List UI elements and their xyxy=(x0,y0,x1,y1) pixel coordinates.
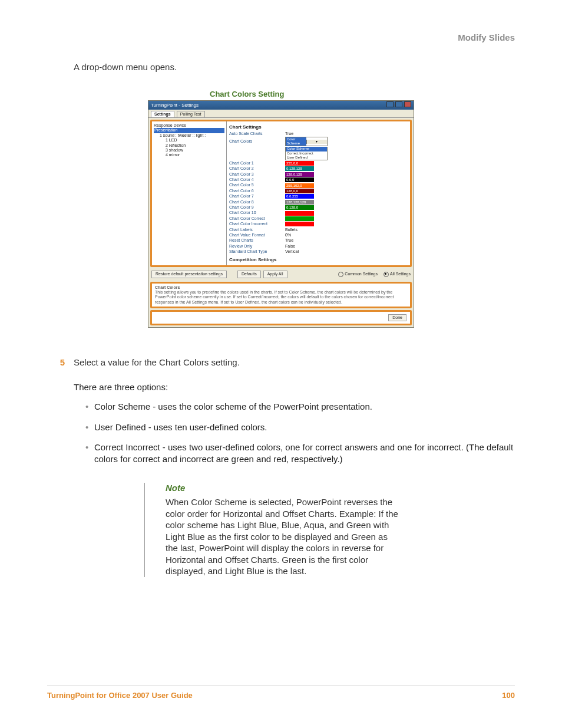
radio-all-settings[interactable]: All Settings xyxy=(384,272,411,277)
tab-polling-test[interactable]: Polling Test xyxy=(177,111,205,117)
step-5: 5 Select a value for the Chart Colors se… xyxy=(47,357,515,367)
page-number: 100 xyxy=(502,691,515,700)
swatch-9[interactable]: 0,128,0 xyxy=(285,205,314,210)
defaults-button[interactable]: Defaults xyxy=(237,271,261,278)
note-block: Note When Color Scheme is selected, Powe… xyxy=(144,483,401,577)
swatch-correct[interactable] xyxy=(285,216,314,221)
chevron-down-icon[interactable]: ▾ xyxy=(306,140,328,144)
settings-window: TurningPoint - Settings Settings Polling… xyxy=(148,100,414,328)
prop-reset-charts[interactable]: Reset ChartsTrue xyxy=(229,238,408,243)
prop-chart-color-7[interactable]: Chart Color 70,0,255 xyxy=(229,194,408,199)
swatch-6[interactable]: 128,0,0 xyxy=(285,189,314,193)
option-user-defined[interactable]: User Defined xyxy=(286,156,327,160)
tab-settings[interactable]: Settings xyxy=(151,111,174,117)
done-button[interactable]: Done xyxy=(388,314,406,321)
footer-title: TurningPoint for Office 2007 User Guide xyxy=(47,691,193,700)
prop-chart-value-format[interactable]: Chart Value Format0% xyxy=(229,233,408,238)
note-title: Note xyxy=(166,483,401,493)
tree-answer-1[interactable]: 1 LED xyxy=(154,138,224,143)
prop-chart-labels[interactable]: Chart LabelsBullets xyxy=(229,228,408,232)
swatch-10[interactable] xyxy=(285,211,314,216)
prop-chart-color-9[interactable]: Chart Color 90,128,0 xyxy=(229,205,408,210)
swatch-1[interactable]: 255,0,0 xyxy=(285,161,314,166)
close-icon[interactable] xyxy=(404,101,411,107)
prop-chart-color-6[interactable]: Chart Color 6128,0,0 xyxy=(229,189,408,193)
step-text: Select a value for the Chart Colors sett… xyxy=(74,357,515,367)
prop-auto-scale[interactable]: Auto Scale Charts True xyxy=(229,131,408,136)
option-correct-incorrect[interactable]: Correct Incorrect xyxy=(286,151,327,156)
tree-answer-3[interactable]: 3 shadow xyxy=(154,148,224,153)
step-number: 5 xyxy=(47,357,65,367)
page-footer: TurningPoint for Office 2007 User Guide … xyxy=(47,686,515,700)
chart-colors-options[interactable]: Color Scheme Correct Incorrect User Defi… xyxy=(285,147,328,160)
dropdown-options: Color Scheme Correct Incorrect User Defi… xyxy=(229,147,408,160)
swatch-incorrect[interactable] xyxy=(285,222,314,226)
section-header: Modify Slides xyxy=(458,32,515,42)
help-description: Chart Colors This setting allows you to … xyxy=(150,282,412,309)
help-title: Chart Colors xyxy=(155,285,407,290)
competition-settings-header: Competition Settings xyxy=(229,257,408,263)
list-item: Correct Incorrect - uses two user-define… xyxy=(85,442,515,466)
prop-chart-color-3[interactable]: Chart Color 3128,0,128 xyxy=(229,172,408,177)
tree-question[interactable]: 1 sound : tweeter :: light : xyxy=(154,133,224,138)
radio-icon xyxy=(338,272,343,277)
prop-chart-color-2[interactable]: Chart Color 20,128,128 xyxy=(229,166,408,171)
prop-chart-color-10[interactable]: Chart Color 10 xyxy=(229,210,408,215)
help-body: This setting allows you to predefine the… xyxy=(155,290,407,305)
chart-colors-dropdown[interactable]: Color Scheme ▾ xyxy=(285,137,328,146)
maximize-icon[interactable] xyxy=(395,101,402,107)
swatch-7[interactable]: 0,0,255 xyxy=(285,194,314,199)
prop-review-only[interactable]: Review OnlyFalse xyxy=(229,244,408,249)
minimize-icon[interactable] xyxy=(386,101,394,107)
prop-chart-color-correct[interactable]: Chart Color Correct xyxy=(229,216,408,221)
swatch-4[interactable]: 0,0,0 xyxy=(285,177,314,182)
bottom-bar: Done xyxy=(150,310,412,325)
prop-chart-color-4[interactable]: Chart Color 40,0,0 xyxy=(229,177,408,182)
swatch-8[interactable]: 128,128,128 xyxy=(285,200,314,205)
list-item: Color Scheme - uses the color scheme of … xyxy=(85,401,515,413)
option-color-scheme[interactable]: Color Scheme xyxy=(286,147,327,151)
chart-settings-header: Chart Settings xyxy=(229,124,408,130)
apply-all-button[interactable]: Apply All xyxy=(263,271,287,278)
prop-chart-color-incorrect[interactable]: Chart Color Incorrect xyxy=(229,222,408,226)
prop-chart-color-1[interactable]: Chart Color 1255,0,0 xyxy=(229,161,408,166)
settings-properties: Chart Settings Auto Scale Charts True Ch… xyxy=(227,121,410,265)
swatch-2[interactable]: 0,128,128 xyxy=(285,166,314,171)
prop-standard-chart-type[interactable]: Standard Chart TypeVertical xyxy=(229,249,408,254)
prop-chart-color-8[interactable]: Chart Color 8128,128,128 xyxy=(229,200,408,205)
options-intro: There are three options: xyxy=(74,382,515,392)
radio-common-settings[interactable]: Common Settings xyxy=(338,272,378,277)
note-body: When Color Scheme is selected, PowerPoin… xyxy=(166,496,401,577)
figure-caption: Chart Colors Setting xyxy=(210,90,515,98)
restore-defaults-button[interactable]: Restore default presentation settings xyxy=(151,271,227,278)
button-row: Restore default presentation settings De… xyxy=(148,269,414,279)
options-list: Color Scheme - uses the color scheme of … xyxy=(85,401,515,465)
prop-chart-colors[interactable]: Chart Colors Color Scheme ▾ xyxy=(229,137,408,146)
swatch-3[interactable]: 128,0,128 xyxy=(285,172,314,177)
window-controls[interactable] xyxy=(386,101,411,109)
radio-icon xyxy=(384,272,389,277)
window-titlebar: TurningPoint - Settings xyxy=(148,101,414,110)
tree-presentation[interactable]: Presentation xyxy=(154,128,224,133)
settings-tree[interactable]: Response Device Presentation 1 sound : t… xyxy=(152,121,227,265)
prop-chart-color-5[interactable]: Chart Color 5255,102,0 xyxy=(229,183,408,187)
swatch-5[interactable]: 255,102,0 xyxy=(285,183,314,188)
list-item: User Defined - uses ten user-defined col… xyxy=(85,421,515,433)
tree-response-device[interactable]: Response Device xyxy=(154,123,224,128)
tree-answer-4[interactable]: 4 mirror xyxy=(154,153,224,157)
window-title: TurningPoint - Settings xyxy=(151,103,199,108)
tree-answer-2[interactable]: 2 reflection xyxy=(154,143,224,148)
intro-text: A drop-down menu opens. xyxy=(74,62,515,72)
